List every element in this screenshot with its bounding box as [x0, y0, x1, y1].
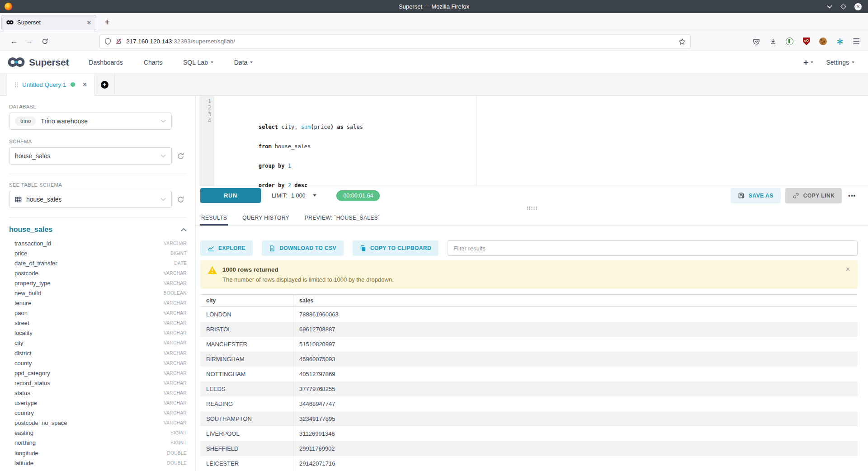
menu-item[interactable]: Data: [234, 59, 253, 66]
extension-asterisk-icon[interactable]: [836, 38, 844, 46]
chevron-up-icon[interactable]: [181, 228, 187, 232]
menu-item[interactable]: SQL Lab: [183, 59, 213, 66]
schema-select[interactable]: house_sales: [9, 147, 172, 165]
reload-icon[interactable]: [37, 38, 52, 45]
close-icon[interactable]: ✕: [854, 3, 862, 10]
menu-icon[interactable]: ☰: [853, 37, 860, 47]
copy-clipboard-button[interactable]: COPY TO CLIPBOARD: [353, 240, 439, 256]
add-query-tab-button[interactable]: +: [95, 74, 115, 95]
schema-column-row[interactable]: longitude DOUBLE: [9, 448, 187, 458]
column-name: country: [14, 410, 34, 416]
results-tab[interactable]: PREVIEW: `HOUSE_SALES`: [304, 212, 381, 226]
editor-code[interactable]: select city, sum(price) as sales from ho…: [214, 96, 868, 186]
download-csv-button[interactable]: DOWNLOAD TO CSV: [262, 240, 344, 256]
url-text[interactable]: 217.160.120.143:32393/superset/sqllab/: [126, 38, 675, 45]
results-tab[interactable]: RESULTS: [200, 212, 228, 226]
column-name: price: [14, 250, 27, 257]
filter-results-input[interactable]: [448, 240, 858, 256]
column-type: VARCHAR: [164, 391, 187, 396]
schema-column-row[interactable]: country VARCHAR: [9, 408, 187, 418]
schema-column-row[interactable]: easting BIGINT: [9, 428, 187, 438]
schema-column-row[interactable]: price BIGINT: [9, 248, 187, 258]
bookmark-star-icon[interactable]: [679, 38, 686, 45]
cookie-icon[interactable]: [819, 38, 827, 46]
url-bar[interactable]: 217.160.120.143:32393/superset/sqllab/: [99, 34, 691, 49]
schema-column-row[interactable]: property_type VARCHAR: [9, 278, 187, 288]
column-header-city[interactable]: city: [200, 295, 293, 306]
table-row[interactable]: LEICESTER 29142071716: [200, 456, 858, 471]
superset-favicon-icon: [6, 20, 14, 25]
lock-slash-icon[interactable]: [115, 38, 122, 45]
database-select[interactable]: trino Trino warehouse: [9, 113, 172, 130]
schema-column-row[interactable]: postcode VARCHAR: [9, 268, 187, 278]
drag-handle-icon[interactable]: [14, 82, 18, 88]
query-status-dot: [71, 82, 75, 87]
explore-button[interactable]: EXPLORE: [200, 240, 253, 256]
schema-column-row[interactable]: northing BIGINT: [9, 438, 187, 448]
refresh-icon[interactable]: [177, 196, 184, 203]
cell-sales: 37779768255: [293, 386, 335, 392]
schema-column-row[interactable]: new_build BOOLEAN: [9, 288, 187, 298]
shield-icon[interactable]: [104, 38, 111, 45]
table-row[interactable]: READING 34468947747: [200, 396, 858, 411]
results-tab[interactable]: QUERY HISTORY: [241, 212, 290, 226]
refresh-icon[interactable]: [177, 152, 184, 160]
query-tab-close-icon[interactable]: ✕: [83, 81, 87, 88]
table-schema-title[interactable]: house_sales: [9, 226, 52, 234]
downloads-icon[interactable]: [769, 38, 777, 46]
schema-column-row[interactable]: paon VARCHAR: [9, 308, 187, 318]
minimize-icon[interactable]: [827, 5, 832, 9]
table-row[interactable]: LIVERPOOL 31126991346: [200, 426, 858, 441]
tab-close-icon[interactable]: ✕: [87, 19, 91, 26]
forward-icon[interactable]: →: [22, 37, 37, 46]
maximize-icon[interactable]: [840, 4, 846, 9]
table-row[interactable]: LEEDS 37779768255: [200, 382, 858, 396]
panel-splitter[interactable]: [196, 205, 868, 212]
table-row[interactable]: BIRMINGHAM 45960075093: [200, 352, 858, 367]
pocket-icon[interactable]: [752, 38, 760, 46]
sql-editor[interactable]: 1234 select city, sum(price) as sales fr…: [199, 96, 868, 186]
schema-column-row[interactable]: tenure VARCHAR: [9, 298, 187, 308]
table-row[interactable]: LONDON 788861960063: [200, 307, 858, 322]
schema-column-row[interactable]: latitude DOUBLE: [9, 458, 187, 468]
schema-column-row[interactable]: postcode_no_space VARCHAR: [9, 418, 187, 428]
schema-column-row[interactable]: district VARCHAR: [9, 348, 187, 358]
table-row[interactable]: SHEFFIELD 29911769902: [200, 441, 858, 456]
code-token: ): [330, 124, 334, 130]
schema-column-row[interactable]: locality VARCHAR: [9, 328, 187, 338]
schema-column-row[interactable]: usertype VARCHAR: [9, 398, 187, 408]
back-icon[interactable]: ←: [6, 37, 22, 46]
privacy-badger-icon[interactable]: [786, 38, 794, 46]
table-row[interactable]: NOTTINGHAM 40512797869: [200, 367, 858, 382]
settings-menu[interactable]: Settings: [826, 59, 854, 66]
schema-column-row[interactable]: status VARCHAR: [9, 388, 187, 398]
new-tab-icon[interactable]: +: [104, 17, 110, 28]
query-tab[interactable]: Untitled Query 1 ✕: [7, 74, 95, 95]
alert-close-icon[interactable]: ✕: [845, 266, 850, 273]
brand-name: Superset: [29, 57, 69, 68]
schema-column-row[interactable]: record_status VARCHAR: [9, 378, 187, 388]
results-actions: EXPLORE DOWNLOAD TO CSV COPY TO CLIPBOAR…: [196, 240, 868, 256]
menu-item[interactable]: Charts: [144, 59, 162, 66]
schema-column-row[interactable]: county VARCHAR: [9, 358, 187, 368]
table-row[interactable]: MANCHESTER 51510820997: [200, 337, 858, 352]
line-number: 2: [199, 104, 211, 111]
new-item-button[interactable]: +: [803, 57, 813, 67]
superset-brand[interactable]: Superset: [7, 57, 69, 68]
table-row[interactable]: SOUTHAMPTON 32349177895: [200, 411, 858, 426]
cell-sales: 29142071716: [293, 460, 335, 467]
table-select[interactable]: house_sales: [9, 191, 172, 208]
schema-column-row[interactable]: date_of_transfer DATE: [9, 258, 187, 268]
column-type: DOUBLE: [167, 451, 187, 456]
drag-grip-icon[interactable]: [526, 206, 538, 210]
schema-column-row[interactable]: transaction_id VARCHAR: [9, 238, 187, 248]
menu-item[interactable]: Dashboards: [89, 59, 123, 66]
ublock-icon[interactable]: uO: [802, 38, 811, 46]
column-header-sales[interactable]: sales: [293, 297, 313, 304]
schema-column-row[interactable]: street VARCHAR: [9, 318, 187, 328]
table-row[interactable]: BRISTOL 69612708887: [200, 322, 858, 337]
column-type: VARCHAR: [164, 351, 187, 356]
schema-column-row[interactable]: city VARCHAR: [9, 338, 187, 348]
browser-tab[interactable]: Superset ✕: [1, 15, 96, 30]
schema-column-row[interactable]: ppd_category VARCHAR: [9, 368, 187, 378]
